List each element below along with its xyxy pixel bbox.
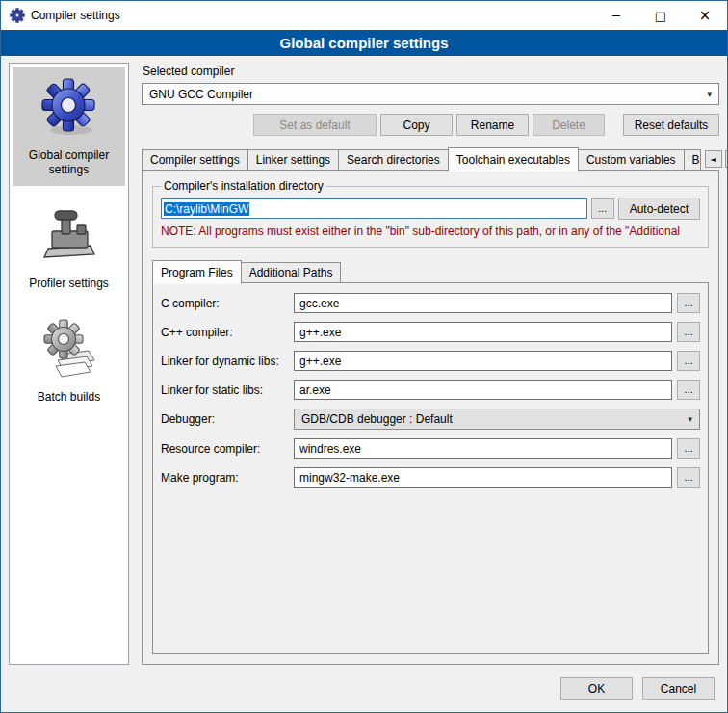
linker-static-input[interactable] — [294, 380, 672, 400]
resource-compiler-browse-button[interactable]: ... — [677, 438, 700, 459]
linker-dynamic-input[interactable] — [294, 351, 672, 371]
make-program-browse-button[interactable]: ... — [677, 467, 700, 488]
resource-compiler-input[interactable] — [294, 438, 672, 459]
caption-buttons: ─ □ × — [594, 1, 727, 30]
cpp-compiler-browse-button[interactable]: ... — [677, 322, 700, 342]
minimize-button[interactable]: ─ — [594, 1, 638, 30]
delete-button[interactable]: Delete — [533, 114, 605, 136]
titlebar[interactable]: Compiler settings ─ □ × — [1, 1, 727, 30]
tab-build-options-truncated[interactable]: Buil — [684, 149, 701, 171]
cpp-compiler-label: C++ compiler: — [161, 326, 294, 339]
resource-compiler-label: Resource compiler: — [161, 442, 294, 456]
settings-tab-strip: Compiler settings Linker settings Search… — [142, 147, 719, 171]
chevron-down-icon: ▾ — [707, 90, 712, 99]
selected-compiler-select[interactable]: GNU GCC Compiler ▾ — [142, 83, 719, 105]
field-row-linker-static: Linker for static libs: ... — [161, 380, 700, 400]
window-title: Compiler settings — [31, 9, 120, 22]
page-title: Global compiler settings — [1, 30, 727, 56]
install-dir-browse-button[interactable]: ... — [591, 198, 614, 219]
tab-compiler-settings[interactable]: Compiler settings — [142, 149, 248, 171]
profiler-tool-icon — [39, 204, 100, 269]
debugger-select[interactable]: GDB/CDB debugger : Default ▾ — [294, 409, 700, 430]
chevron-down-icon: ▾ — [688, 414, 692, 424]
sidebar-item-global-compiler-settings[interactable]: Global compiler settings — [13, 67, 125, 186]
sidebar-item-label: Global compiler settings — [14, 148, 123, 177]
compiler-actions: Set as default Copy Rename Delete Reset … — [142, 114, 719, 136]
ok-button[interactable]: OK — [560, 677, 633, 700]
selected-compiler-label: Selected compiler — [143, 65, 719, 78]
c-compiler-input[interactable] — [294, 293, 672, 313]
sidebar-item-label: Batch builds — [38, 390, 100, 405]
tab-scroll-left-icon[interactable]: ◄ — [705, 150, 722, 168]
debugger-label: Debugger: — [161, 412, 294, 426]
app-gear-icon — [10, 8, 25, 23]
linker-static-label: Linker for static libs: — [161, 383, 294, 397]
subtab-program-files[interactable]: Program Files — [152, 260, 242, 284]
make-program-label: Make program: — [161, 471, 294, 485]
bin-subdirectory-note: NOTE: All programs must exist either in … — [161, 224, 700, 238]
rename-button[interactable]: Rename — [456, 114, 529, 136]
close-button[interactable]: × — [683, 1, 727, 30]
sidebar-item-profiler-settings[interactable]: Profiler settings — [13, 196, 125, 300]
tab-linker-settings[interactable]: Linker settings — [247, 149, 339, 171]
install-dir-selected-text: C:\raylib\MinGW — [164, 202, 249, 216]
field-row-debugger: Debugger: GDB/CDB debugger : Default ▾ — [161, 409, 700, 430]
field-row-resource-compiler: Resource compiler: ... — [161, 438, 700, 459]
tab-toolchain-executables[interactable]: Toolchain executables — [448, 147, 579, 172]
program-files-page: C compiler: ... C++ compiler: ... Linker… — [152, 282, 709, 654]
installation-directory-group: Compiler's installation directory C:\ray… — [152, 179, 709, 248]
subtab-additional-paths[interactable]: Additional Paths — [241, 262, 342, 283]
tab-scroll-right-icon[interactable]: ► — [725, 150, 728, 168]
installation-directory-legend: Compiler's installation directory — [161, 179, 326, 193]
make-program-input[interactable] — [294, 467, 672, 488]
copy-button[interactable]: Copy — [380, 114, 453, 136]
linker-dynamic-label: Linker for dynamic libs: — [161, 355, 294, 368]
selected-compiler-value: GNU GCC Compiler — [149, 88, 253, 101]
debugger-value: GDB/CDB debugger : Default — [301, 412, 453, 426]
maximize-button[interactable]: □ — [638, 1, 683, 30]
c-compiler-browse-button[interactable]: ... — [677, 293, 700, 313]
reset-defaults-button[interactable]: Reset defaults — [623, 114, 719, 136]
batch-builds-gear-papers-icon — [39, 318, 100, 383]
dialog-content: Global compiler settings Profiler se — [1, 56, 727, 665]
settings-sidebar: Global compiler settings Profiler se — [9, 63, 129, 665]
field-row-make-program: Make program: ... — [161, 467, 700, 488]
linker-dynamic-browse-button[interactable]: ... — [677, 351, 700, 371]
field-row-cpp-compiler: C++ compiler: ... — [161, 322, 700, 342]
sidebar-item-batch-builds[interactable]: Batch builds — [13, 309, 125, 413]
install-dir-input[interactable]: C:\raylib\MinGW — [161, 198, 587, 219]
field-row-linker-dynamic: Linker for dynamic libs: ... — [161, 351, 700, 371]
set-as-default-button[interactable]: Set as default — [253, 114, 377, 136]
tab-custom-variables[interactable]: Custom variables — [578, 149, 685, 171]
program-files-tab-strip: Program Files Additional Paths — [152, 260, 709, 283]
auto-detect-button[interactable]: Auto-detect — [618, 198, 700, 220]
sidebar-item-label: Profiler settings — [29, 277, 109, 291]
dialog-footer: OK Cancel — [1, 665, 727, 712]
main-panel: Selected compiler GNU GCC Compiler ▾ Set… — [142, 63, 719, 665]
cancel-button[interactable]: Cancel — [642, 677, 715, 700]
cpp-compiler-input[interactable] — [294, 322, 672, 342]
tab-scroll-arrows: ◄ ► — [700, 150, 728, 168]
blue-gear-icon — [39, 76, 100, 141]
installation-directory-row: C:\raylib\MinGW ... Auto-detect — [161, 198, 700, 220]
compiler-settings-window: Compiler settings ─ □ × Global compiler … — [0, 0, 728, 713]
c-compiler-label: C compiler: — [161, 297, 294, 310]
tab-search-directories[interactable]: Search directories — [338, 149, 449, 171]
linker-static-browse-button[interactable]: ... — [677, 380, 700, 400]
field-row-c-compiler: C compiler: ... — [161, 293, 700, 313]
toolchain-executables-page: Compiler's installation directory C:\ray… — [142, 170, 719, 665]
